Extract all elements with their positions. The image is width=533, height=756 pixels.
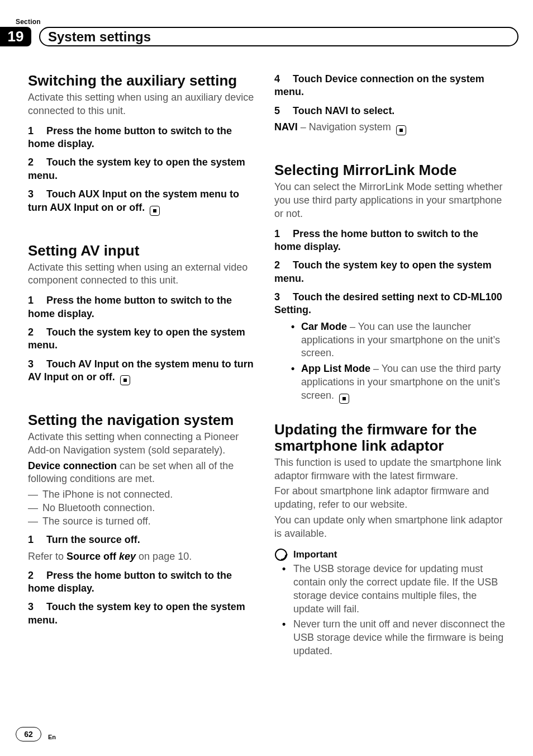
language-code: En — [48, 734, 56, 741]
step-text: Touch the system key to open the system … — [28, 157, 245, 181]
section-bar: 19 System settings — [0, 27, 533, 46]
important-list: The USB storage device for updating must… — [274, 563, 505, 658]
step-number: 3 — [28, 601, 44, 613]
step-number: 2 — [28, 569, 44, 582]
heading-navigation: Setting the navigation system — [28, 412, 259, 428]
list-item: No Bluetooth connection. — [28, 502, 259, 515]
list-item: Car Mode – You can use the launcher appl… — [274, 320, 505, 360]
firmware-p1: This function is used to update the smar… — [274, 456, 505, 483]
ref-pre: Refer to — [28, 551, 66, 562]
step-text: Touch AV Input on the system menu to tur… — [28, 358, 254, 382]
av-step-1: 1 Press the home button to switch to the… — [28, 294, 259, 320]
step-number: 1 — [28, 533, 44, 546]
step-number: 2 — [28, 326, 44, 339]
right-column: 4 Touch Device connection on the system … — [274, 73, 505, 664]
nav-step-4: 4 Touch Device connection on the system … — [274, 73, 505, 99]
step-number: 1 — [274, 228, 290, 240]
nav-step-3: 3 Touch the system key to open the syste… — [28, 601, 259, 627]
section-end-icon — [396, 125, 406, 135]
step-text: Touch AUX Input on the system menu to tu… — [28, 188, 239, 212]
section-end-icon — [120, 375, 130, 385]
step-number: 1 — [28, 125, 44, 138]
section-number: 19 — [0, 27, 31, 46]
ref-bold: Source off — [66, 551, 116, 562]
step-text: Press the home button to switch to the h… — [28, 570, 232, 594]
step-number: 3 — [28, 358, 44, 371]
ref-post: on page 10. — [136, 551, 192, 562]
list-item: App List Mode – You can use the third pa… — [274, 362, 505, 404]
page-footer: 62 En — [16, 727, 56, 741]
left-column: Switching the auxiliary setting Activate… — [28, 73, 259, 664]
step-text: Touch NAVI to select. — [293, 105, 394, 116]
list-item: Never turn the unit off and never discon… — [274, 618, 505, 658]
step-number: 5 — [274, 105, 290, 117]
step-number: 1 — [28, 294, 44, 307]
section-end-icon — [150, 206, 160, 216]
step-text: Touch the system key to open the system … — [28, 601, 245, 625]
important-heading: Important — [274, 548, 505, 561]
nav-step-2: 2 Press the home button to switch to the… — [28, 569, 259, 596]
step-number: 2 — [28, 156, 44, 169]
aux-step-3: 3 Touch AUX Input on the system menu to … — [28, 188, 259, 215]
mirror-step-2: 2 Touch the system key to open the syste… — [274, 259, 505, 285]
important-icon — [274, 548, 288, 561]
mirror-step-1: 1 Press the home button to switch to the… — [274, 228, 505, 254]
step-text: Touch Device connection on the system me… — [274, 73, 484, 97]
important-label: Important — [293, 549, 337, 560]
step-text: Press the home button to switch to the h… — [28, 125, 232, 149]
page-header: Section 19 System settings — [0, 0, 533, 48]
heading-mirrorlink: Selecting MirrorLink Mode — [274, 162, 505, 178]
nav-step-5: 5 Touch NAVI to select. — [274, 105, 505, 117]
bullet-bold: Car Mode — [301, 321, 347, 332]
step-text: Touch the system key to open the system … — [28, 327, 245, 351]
chapter-pill: System settings — [39, 27, 518, 46]
step-text: Touch the desired setting next to CD-ML1… — [274, 291, 502, 315]
step-number: 4 — [274, 73, 290, 86]
nav-device-conn: Device connection can be set when all of… — [28, 460, 259, 486]
ref-italic: key — [116, 551, 136, 562]
step-number: 2 — [274, 259, 290, 272]
heading-av: Setting AV input — [28, 243, 259, 259]
step-number: 3 — [274, 291, 290, 304]
nav-intro: Activate this setting when connecting a … — [28, 431, 259, 457]
av-intro: Activate this setting when using an exte… — [28, 261, 259, 288]
bullet-bold: App List Mode — [301, 363, 370, 374]
step-text: Touch the system key to open the system … — [274, 259, 492, 284]
chapter-title: System settings — [48, 29, 151, 45]
mirror-step-3: 3 Touch the desired setting next to CD-M… — [274, 291, 505, 317]
nav-step-1: 1 Turn the source off. — [28, 533, 259, 546]
heading-firmware: Updating the firmware for the smartphone… — [274, 422, 505, 454]
list-item: The USB storage device for updating must… — [274, 563, 505, 616]
list-item: The source is turned off. — [28, 515, 259, 528]
step-text: Press the home button to switch to the h… — [28, 295, 232, 319]
device-connection-bold: Device connection — [28, 460, 117, 471]
section-end-icon — [339, 394, 349, 404]
page-content: Switching the auxiliary setting Activate… — [0, 48, 533, 664]
firmware-p2: For about smartphone link adaptor firmwa… — [274, 485, 505, 512]
aux-step-1: 1 Press the home button to switch to the… — [28, 125, 259, 151]
navi-bold: NAVI — [274, 121, 298, 133]
nav-step-5-line: NAVI – Navigation system — [274, 121, 505, 135]
mirror-intro: You can select the MirrorLink Mode setti… — [274, 181, 505, 220]
mirror-bullets: Car Mode – You can use the launcher appl… — [274, 320, 505, 404]
nav-conditions: The iPhone is not connected. No Bluetoot… — [28, 488, 259, 528]
step-number: 3 — [28, 188, 44, 201]
aux-step-2: 2 Touch the system key to open the syste… — [28, 156, 259, 182]
step-text: Turn the source off. — [46, 534, 140, 545]
av-step-3: 3 Touch AV Input on the system menu to t… — [28, 358, 259, 385]
aux-intro: Activate this setting when using an auxi… — [28, 91, 259, 118]
nav-step-1-ref: Refer to Source off key on page 10. — [28, 550, 259, 564]
section-label: Section — [16, 18, 41, 26]
step-text: Press the home button to switch to the h… — [274, 228, 478, 252]
firmware-p3: You can update only when smartphone link… — [274, 514, 505, 541]
page-number: 62 — [16, 727, 41, 741]
navi-rest: – Navigation system — [298, 121, 391, 133]
svg-point-0 — [275, 549, 287, 560]
av-step-2: 2 Touch the system key to open the syste… — [28, 326, 259, 352]
heading-aux: Switching the auxiliary setting — [28, 73, 259, 89]
list-item: The iPhone is not connected. — [28, 488, 259, 502]
